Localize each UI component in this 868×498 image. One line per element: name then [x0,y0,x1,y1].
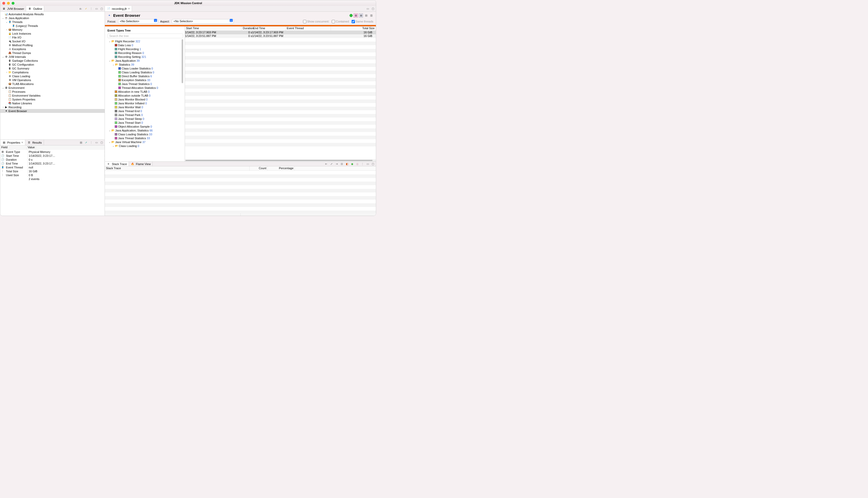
same-threads-checkbox[interactable]: Same threads [352,20,373,23]
outline-item[interactable]: ⌄🧵Threads [0,20,105,24]
filter2-icon[interactable]: ◉ [350,162,354,166]
search-input[interactable]: Search the tree [107,34,183,38]
outline-item[interactable]: 🧵(Legacy) Threads [0,24,105,28]
twisty-icon[interactable]: › [2,106,4,108]
event-type-node[interactable]: ⌄📂Statistics39 [107,63,183,66]
view-menu-icon[interactable]: ⋮ [360,162,365,166]
event-type-node[interactable]: Java Thread Start0 [107,121,183,124]
property-row[interactable]: 2 events [0,177,105,181]
event-type-node[interactable]: Java Thread Statistics0 [107,82,183,86]
event-type-node[interactable]: Java Thread End0 [107,109,183,113]
layout1-icon[interactable]: ▦ [354,13,358,17]
property-row[interactable]: ⦙Used Size0 B [0,173,105,177]
layout4-icon[interactable]: ▥ [369,13,373,17]
status-ok-icon[interactable] [350,14,353,17]
layout3-icon[interactable]: ▤ [364,13,368,17]
event-type-node[interactable]: ⌄📂Class Loading0 [107,144,183,148]
zoom-window-icon[interactable] [12,2,14,5]
event-row[interactable]: 1/14/22, 3:23:17.903 PM0 s1/14/22, 3:23:… [185,31,376,34]
outline-item[interactable]: 📚Native Libraries [0,101,105,105]
filter1-icon[interactable]: ◧ [345,162,349,166]
outline-item[interactable]: ›📦Memory [0,28,105,31]
minimize-view-icon[interactable]: ▭ [366,162,370,166]
filter3-icon[interactable]: ◎ [355,162,359,166]
tab-jvm-browser[interactable]: 🖥 JVM Browser [0,6,26,11]
tab-properties[interactable]: ▤ Properties ✕ [0,140,25,145]
twisty-icon[interactable]: ⌄ [2,87,4,89]
outline-item[interactable]: ⚙VM Operations [0,78,105,82]
minimize-window-icon[interactable] [7,2,10,5]
outline-item[interactable]: ⚠Exceptions [0,47,105,51]
close-icon[interactable]: ✕ [128,7,130,10]
col-percentage[interactable]: Percentage [268,166,295,170]
outline-item[interactable]: 🗑Garbage Collections [0,58,105,63]
properties-table[interactable]: ⊞Event TypePhysical Memory🕐Start Time1/1… [0,150,105,181]
minimize-view-icon[interactable]: ▭ [366,7,370,11]
event-type-node[interactable]: ⌄📂Java Virtual Machine37 [107,140,183,144]
event-type-node[interactable]: Java Thread Statistics33 [107,136,183,140]
nav-fwd-icon[interactable]: ⤢ [329,162,333,166]
twisty-icon[interactable]: ⌄ [108,141,111,143]
tab-stack-trace[interactable]: ≡ Stack Trace [105,162,129,166]
close-icon[interactable]: ✕ [21,141,23,144]
col-event-thread[interactable]: Event Thread [286,26,331,30]
outline-item[interactable]: 📦TLAB Allocations [0,82,105,86]
twisty-icon[interactable]: ⌄ [108,40,111,43]
event-type-node[interactable]: Class Loading Statistics0 [107,70,183,74]
event-type-node[interactable]: Java Thread Sleep0 [107,117,183,121]
col-duration[interactable]: Duration [242,26,252,30]
tab-results[interactable]: ☰ Results [25,140,44,145]
view-menu-icon[interactable]: ⋮ [89,7,93,11]
event-type-node[interactable]: Allocation outside TLAB0 [107,93,183,97]
property-row[interactable]: 🧵Event Threadnull [0,165,105,169]
scrollbar-vertical[interactable] [182,39,183,83]
nav-prev-icon[interactable]: ⇤ [324,162,328,166]
minimize-view-icon[interactable]: ▭ [94,7,98,11]
outline-item[interactable]: ⌄🖥Environment [0,86,105,90]
outline-item[interactable]: ⊚Method Profiling [0,43,105,47]
resize-grip[interactable]: ⋮ [105,213,376,216]
outline-item[interactable]: 🗑GC Summary [0,66,105,70]
minimize-view-icon[interactable]: ▭ [94,141,98,145]
twisty-icon[interactable]: › [5,28,8,31]
outline-item[interactable]: ›▶Recording [0,105,105,109]
event-type-node[interactable]: Recording Reason0 [107,51,183,55]
outline-item[interactable]: 📋Environment Variables [0,93,105,97]
event-type-node[interactable]: Thread Allocation Statistics0 [107,86,183,90]
event-type-node[interactable]: Java Thread Park0 [107,113,183,117]
event-type-node[interactable]: Flight Recording1 [107,47,183,51]
event-type-node[interactable]: Exception Statistics33 [107,78,183,82]
twisty-icon[interactable]: › [5,71,8,74]
aspect-combo[interactable]: <No Selection> [172,19,234,24]
twisty-icon[interactable]: ⌄ [108,129,111,132]
event-type-node[interactable]: Class Loading Statistics33 [107,132,183,136]
maximize-view-icon[interactable]: ▢ [100,7,104,11]
outline-item[interactable]: 🔌Socket I/O [0,39,105,43]
property-row[interactable]: 🕐Duration0 s [0,158,105,161]
property-row[interactable]: ⊞Event TypePhysical Memory [0,150,105,154]
event-type-node[interactable]: Java Monitor Inflated0 [107,101,183,105]
col-field[interactable]: Field [0,145,27,150]
event-type-node[interactable]: Allocation in new TLAB0 [107,90,183,93]
sort-button-icon[interactable]: a↓ [79,7,83,11]
maximize-view-icon[interactable]: ▢ [100,141,104,145]
maximize-view-icon[interactable]: ▢ [371,7,375,11]
contained-checkbox[interactable]: Contained [332,20,349,23]
view-menu-icon[interactable]: ⋮ [89,141,93,145]
outline-item[interactable]: ⌄☕Java Application [0,16,105,20]
col-end-time[interactable]: End Time [252,26,286,30]
event-type-node[interactable]: Class Loader Statistics0 [107,66,183,70]
focus-combo[interactable]: <No Selection> [118,19,158,24]
outline-tree[interactable]: 📊Automated Analysis Results⌄☕Java Applic… [0,12,105,140]
twisty-icon[interactable]: ⌄ [2,55,4,58]
event-table[interactable]: 1/14/22, 3:23:17.903 PM0 s1/14/22, 3:23:… [185,31,376,159]
tab-recording[interactable]: 📄 recording.jfr ✕ [105,6,132,11]
event-type-node[interactable]: Direct Buffer Statistics6 [107,74,183,78]
event-type-node[interactable]: Object Allocation Sample0 [107,124,183,128]
col-count[interactable]: Count [250,166,268,170]
outline-item[interactable]: ✦Event Browser [0,109,105,113]
outline-item[interactable]: 📄File I/O [0,35,105,39]
outline-item[interactable]: 📋Processes [0,90,105,93]
event-type-node[interactable]: Recording Setting321 [107,55,183,58]
show-concurrent-checkbox[interactable]: Show concurrent: [303,20,329,23]
